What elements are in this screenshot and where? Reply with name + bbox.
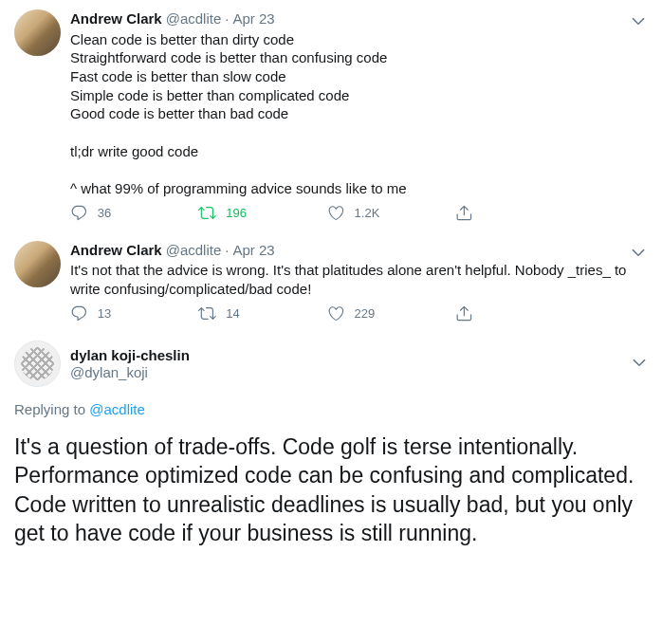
chevron-down-icon bbox=[631, 354, 648, 371]
heart-icon bbox=[327, 204, 345, 222]
like-button[interactable]: 1.2K bbox=[327, 204, 455, 222]
share-button[interactable] bbox=[455, 304, 473, 322]
handle[interactable]: @dylan_koji bbox=[70, 364, 190, 381]
retweet-button[interactable]: 14 bbox=[198, 304, 326, 322]
parent-tweet[interactable]: Andrew Clark @acdlite · Apr 23 Clean cod… bbox=[0, 0, 662, 231]
replying-to: Replying to @acdlite bbox=[14, 400, 648, 419]
separator-dot: · bbox=[225, 241, 229, 260]
chevron-down-icon bbox=[630, 12, 647, 29]
reply-button[interactable]: 36 bbox=[70, 204, 198, 222]
separator-dot: · bbox=[225, 9, 229, 28]
main-tweet: dylan koji-cheslin @dylan_koji Replying … bbox=[0, 331, 662, 546]
like-button[interactable]: 229 bbox=[327, 304, 455, 322]
avatar-image bbox=[21, 347, 54, 380]
tweet-text: It's not that the advice is wrong. It's … bbox=[70, 261, 648, 298]
tweet-menu-button[interactable] bbox=[629, 11, 648, 30]
handle[interactable]: @acdlite bbox=[166, 241, 222, 260]
display-name[interactable]: Andrew Clark bbox=[70, 9, 162, 28]
avatar-column bbox=[14, 9, 61, 228]
tweet-text: It's a question of trade-offs. Code golf… bbox=[14, 432, 648, 547]
share-icon bbox=[455, 204, 473, 222]
avatar-column bbox=[14, 241, 61, 328]
heart-icon bbox=[327, 304, 345, 322]
reply-icon bbox=[70, 204, 88, 222]
tweet-menu-button[interactable] bbox=[629, 243, 648, 262]
avatar[interactable] bbox=[14, 241, 61, 287]
tweet-content: Andrew Clark @acdlite · Apr 23 It's not … bbox=[70, 241, 648, 328]
timestamp[interactable]: Apr 23 bbox=[232, 241, 274, 260]
display-name[interactable]: dylan koji-cheslin bbox=[70, 347, 190, 364]
share-button[interactable] bbox=[455, 204, 473, 222]
reply-icon bbox=[70, 304, 88, 322]
tweet-text: Clean code is better than dirty code Str… bbox=[70, 30, 648, 198]
tweet-actions: 13 14 229 bbox=[70, 304, 473, 328]
handle[interactable]: @acdlite bbox=[166, 9, 222, 28]
display-name[interactable]: Andrew Clark bbox=[70, 241, 162, 260]
share-icon bbox=[455, 304, 473, 322]
tweet-actions: 36 196 1.2K bbox=[70, 204, 473, 228]
retweet-count: 14 bbox=[226, 305, 239, 322]
like-count: 229 bbox=[355, 305, 376, 322]
retweet-icon bbox=[198, 304, 216, 322]
reply-button[interactable]: 13 bbox=[70, 304, 198, 322]
avatar[interactable] bbox=[14, 340, 61, 387]
chevron-down-icon bbox=[630, 244, 647, 261]
reply-count: 36 bbox=[98, 205, 111, 221]
retweet-button[interactable]: 196 bbox=[198, 204, 326, 222]
replying-to-link[interactable]: @acdlite bbox=[89, 401, 145, 417]
retweet-count: 196 bbox=[226, 205, 247, 221]
tweet-menu-button[interactable] bbox=[631, 354, 648, 376]
tweet-header: Andrew Clark @acdlite · Apr 23 bbox=[70, 241, 648, 260]
parent-tweet[interactable]: Andrew Clark @acdlite · Apr 23 It's not … bbox=[0, 231, 662, 332]
replying-label: Replying to bbox=[14, 401, 89, 417]
author-names: dylan koji-cheslin @dylan_koji bbox=[70, 347, 190, 381]
reply-count: 13 bbox=[98, 305, 111, 322]
retweet-icon bbox=[198, 204, 216, 222]
tweet-header: Andrew Clark @acdlite · Apr 23 bbox=[70, 9, 648, 28]
like-count: 1.2K bbox=[355, 205, 380, 221]
timestamp[interactable]: Apr 23 bbox=[232, 9, 274, 28]
main-tweet-header: dylan koji-cheslin @dylan_koji bbox=[14, 340, 648, 387]
avatar[interactable] bbox=[14, 9, 61, 56]
tweet-content: Andrew Clark @acdlite · Apr 23 Clean cod… bbox=[70, 9, 648, 228]
